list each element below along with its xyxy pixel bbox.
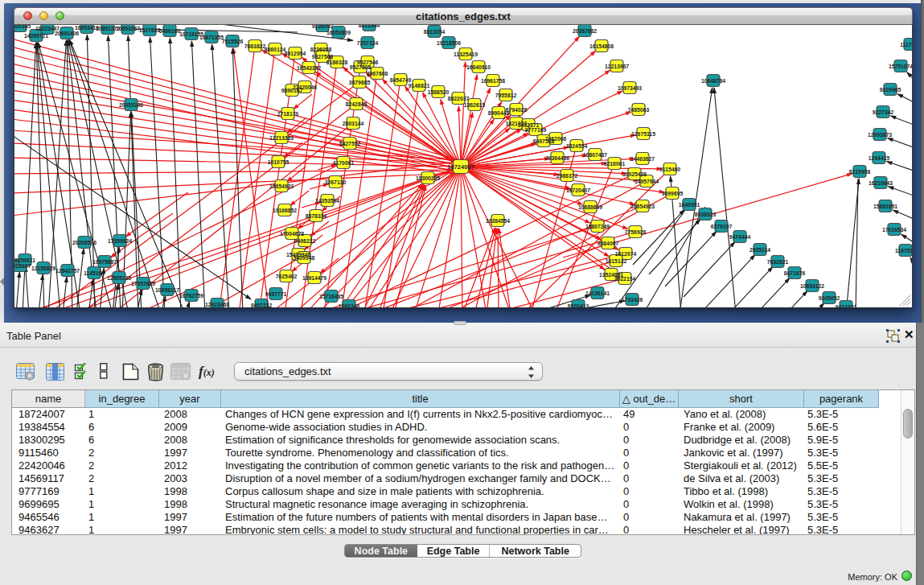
- svg-text:18724007: 18724007: [447, 163, 474, 171]
- svg-text:14957944: 14957944: [634, 179, 659, 184]
- svg-text:8215958: 8215958: [849, 169, 871, 175]
- svg-text:17016534: 17016534: [882, 227, 906, 233]
- svg-text:20206536: 20206536: [72, 240, 97, 245]
- svg-text:9115460: 9115460: [659, 167, 680, 172]
- svg-text:8878334: 8878334: [306, 213, 327, 219]
- svg-text:11325419: 11325419: [454, 51, 478, 57]
- svg-text:19218506: 19218506: [437, 40, 461, 46]
- svg-text:7756928: 7756928: [625, 229, 647, 235]
- svg-text:9699695: 9699695: [662, 191, 684, 196]
- svg-text:19654933: 19654933: [269, 183, 294, 189]
- svg-text:19384554: 19384554: [486, 218, 510, 224]
- svg-text:7515526: 7515526: [222, 39, 244, 44]
- svg-text:9227342: 9227342: [873, 109, 894, 115]
- svg-text:22420046: 22420046: [293, 84, 317, 90]
- svg-text:1167533: 1167533: [895, 248, 912, 253]
- svg-text:10688609: 10688609: [578, 204, 602, 210]
- svg-text:8912954: 8912954: [285, 51, 306, 56]
- svg-text:2803144: 2803144: [343, 121, 364, 126]
- svg-text:14136141: 14136141: [585, 290, 610, 296]
- svg-text:1292346: 1292346: [339, 303, 360, 308]
- svg-text:14463627: 14463627: [630, 156, 655, 162]
- svg-text:8471676: 8471676: [784, 270, 806, 276]
- svg-text:1362615: 1362615: [464, 102, 486, 108]
- svg-text:15720407: 15720407: [566, 187, 590, 193]
- svg-text:9136092: 9136092: [312, 25, 334, 29]
- svg-text:7632621: 7632621: [767, 259, 789, 265]
- svg-text:17957825: 17957825: [131, 281, 155, 286]
- svg-text:16654923: 16654923: [630, 204, 655, 209]
- svg-text:9827503: 9827503: [312, 54, 334, 60]
- svg-text:10807487: 10807487: [583, 152, 607, 158]
- svg-text:2718170: 2718170: [277, 111, 299, 117]
- svg-text:1733426: 1733426: [622, 297, 643, 303]
- svg-text:14055721: 14055721: [24, 33, 48, 39]
- svg-text:9777169: 9777169: [525, 127, 547, 133]
- svg-text:10653267: 10653267: [116, 26, 140, 31]
- svg-text:1244415: 1244415: [869, 155, 890, 161]
- svg-text:6466160: 6466160: [159, 28, 181, 34]
- svg-text:10958117: 10958117: [155, 287, 179, 293]
- svg-text:3267130: 3267130: [325, 179, 347, 185]
- svg-text:1640951: 1640951: [679, 202, 700, 208]
- svg-text:16210643: 16210643: [869, 180, 893, 186]
- svg-text:8813344: 8813344: [359, 25, 380, 28]
- svg-text:16543392: 16543392: [297, 65, 321, 71]
- svg-text:8454749: 8454749: [390, 77, 412, 83]
- svg-text:7663822: 7663822: [244, 43, 266, 49]
- svg-text:3824554: 3824554: [566, 143, 588, 149]
- svg-text:12505135: 12505135: [107, 275, 131, 281]
- svg-text:2986372: 2986372: [556, 173, 578, 179]
- svg-text:15692951: 15692951: [873, 204, 897, 209]
- svg-text:8813054: 8813054: [424, 29, 446, 35]
- svg-text:19166852: 19166852: [273, 208, 297, 213]
- svg-text:9146821: 9146821: [409, 83, 430, 89]
- svg-text:7357224: 7357224: [357, 40, 379, 46]
- svg-text:9412321: 9412321: [836, 304, 857, 308]
- svg-text:15716485: 15716485: [319, 294, 343, 299]
- svg-text:12213383: 12213383: [269, 135, 294, 141]
- svg-text:2967608: 2967608: [367, 71, 388, 76]
- svg-text:16053809: 16053809: [326, 30, 351, 35]
- svg-text:9457771: 9457771: [265, 291, 287, 297]
- svg-text:6216061: 6216061: [604, 161, 626, 167]
- svg-text:9329965: 9329965: [880, 87, 901, 93]
- svg-text:15751074: 15751074: [889, 64, 912, 69]
- svg-text:9245052: 9245052: [819, 295, 840, 301]
- svg-text:1615132: 1615132: [606, 258, 627, 264]
- svg-text:17004678: 17004678: [280, 231, 304, 237]
- svg-text:3879685: 3879685: [349, 80, 371, 85]
- svg-text:8427552: 8427552: [339, 141, 361, 146]
- svg-text:12213967: 12213967: [605, 64, 629, 69]
- svg-text:20691406: 20691406: [55, 31, 79, 36]
- svg-text:9527546: 9527546: [357, 60, 379, 65]
- svg-text:18807249: 18807249: [585, 224, 610, 229]
- svg-text:8226058: 8226058: [310, 47, 332, 52]
- svg-text:10654122: 10654122: [800, 283, 824, 289]
- svg-text:9527505: 9527505: [350, 64, 372, 70]
- svg-text:3915167: 3915167: [14, 263, 31, 269]
- svg-text:19975887: 19975887: [92, 259, 117, 265]
- svg-text:8938923: 8938923: [695, 212, 717, 217]
- svg-text:18300295: 18300295: [416, 175, 440, 181]
- svg-text:8920413: 8920413: [568, 303, 589, 308]
- svg-text:8822037: 8822037: [448, 96, 470, 101]
- svg-text:10973493: 10973493: [618, 85, 642, 91]
- svg-text:5409948: 5409948: [294, 255, 315, 261]
- svg-text:17359924: 17359924: [108, 238, 132, 244]
- svg-text:16154808: 16154808: [589, 43, 614, 49]
- svg-text:8242848: 8242848: [346, 101, 368, 107]
- svg-text:2522154: 2522154: [614, 276, 636, 282]
- svg-text:1117320: 1117320: [900, 42, 912, 47]
- svg-text:9498222: 9498222: [294, 238, 316, 244]
- svg-text:12156829: 12156829: [31, 266, 55, 271]
- svg-text:20364436: 20364436: [545, 155, 569, 161]
- svg-text:16671355: 16671355: [199, 35, 224, 40]
- svg-text:8300395: 8300395: [14, 25, 31, 29]
- svg-text:10648784: 10648784: [701, 78, 725, 84]
- svg-text:12923468: 12923468: [205, 302, 229, 307]
- svg-text:1010755: 1010755: [268, 159, 290, 165]
- svg-text:9474444: 9474444: [729, 234, 751, 240]
- svg-text:16961758: 16961758: [481, 78, 505, 84]
- svg-text:10025438: 10025438: [622, 171, 647, 177]
